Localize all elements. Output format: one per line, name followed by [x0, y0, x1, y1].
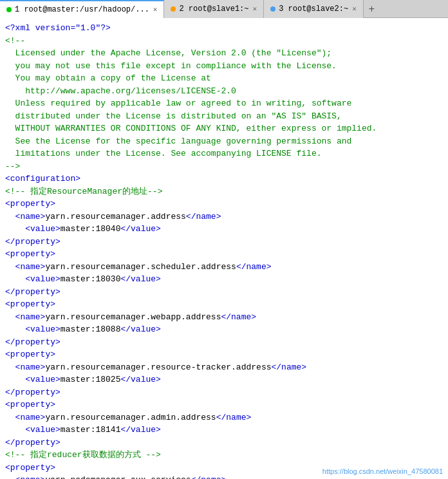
watermark: https://blog.csdn.net/weixin_47580081: [322, 467, 443, 475]
line: limitations under the License. See accom…: [5, 147, 443, 160]
tab-2-label: 2 root@slave1:~: [179, 5, 248, 14]
editor-area: <?xml version="1.0"?><!-- Licensed under…: [0, 18, 448, 479]
line: See the License for the specific languag…: [5, 135, 443, 148]
tab-3-label: 3 root@slave2:~: [279, 5, 348, 14]
tab-2[interactable]: 2 root@slave1:~ ✕: [164, 0, 264, 18]
tab-2-close[interactable]: ✕: [253, 5, 257, 13]
line: <value>master:18040</value>: [5, 223, 443, 236]
line: WITHOUT WARRANTIES OR CONDITIONS OF ANY …: [5, 122, 443, 135]
line: <value>master:18088</value>: [5, 323, 443, 336]
line: </property>: [5, 236, 443, 249]
line: <property>: [5, 198, 443, 211]
tab-1-label: 1 root@master:/usr/hadoop/...: [15, 5, 149, 14]
tab-1-close[interactable]: ✕: [153, 5, 158, 14]
line: <name>yarn.resourcemanager.address</name…: [5, 211, 443, 223]
line: </property>: [5, 336, 443, 349]
line: </property>: [5, 386, 443, 399]
line: distributed under the License is distrib…: [5, 110, 443, 123]
tab-1-dot: [6, 7, 12, 12]
tab-3[interactable]: 3 root@slave2:~ ✕: [264, 0, 364, 18]
add-tab-button[interactable]: +: [364, 3, 380, 15]
tab-3-close[interactable]: ✕: [352, 5, 357, 13]
line: <?xml version="1.0"?>: [5, 22, 443, 35]
line: <name>yarn.resourcemanager.resource-trac…: [5, 361, 443, 374]
line: <property>: [5, 399, 443, 411]
line: <property>: [5, 348, 443, 361]
tab-bar: 1 root@master:/usr/hadoop/... ✕ 2 root@s…: [0, 0, 448, 18]
line: <value>master:18025</value>: [5, 373, 443, 386]
line: <!-- 指定reducer获取数据的方式 -->: [5, 449, 443, 462]
line: <property>: [5, 298, 443, 311]
tab-2-dot: [171, 6, 176, 12]
line: Licensed under the Apache License, Versi…: [5, 47, 443, 60]
tab-3-dot: [270, 6, 275, 12]
line: <name>yarn.resourcemanager.admin.address…: [5, 411, 443, 424]
line: http://www.apache.org/licenses/LICENSE-2…: [5, 85, 443, 98]
line: You may obtain a copy of the License at: [5, 72, 443, 85]
line: you may not use this file except in comp…: [5, 60, 443, 73]
tab-1[interactable]: 1 root@master:/usr/hadoop/... ✕: [0, 0, 164, 18]
line: -->: [5, 160, 443, 173]
line: <!--: [5, 35, 443, 48]
line: <value>master:18030</value>: [5, 273, 443, 286]
line: <name>yarn.resourcemanager.scheduler.add…: [5, 261, 443, 274]
line: Unless required by applicable law or agr…: [5, 97, 443, 110]
line: <name>yarn.resourcemanager.webapp.addres…: [5, 311, 443, 324]
line: <configuration>: [5, 173, 443, 185]
line: <property>: [5, 248, 443, 261]
line: <value>master:18141</value>: [5, 424, 443, 437]
line: <!-- 指定ResourceManager的地址-->: [5, 185, 443, 198]
line: </property>: [5, 286, 443, 299]
line: </property>: [5, 437, 443, 449]
